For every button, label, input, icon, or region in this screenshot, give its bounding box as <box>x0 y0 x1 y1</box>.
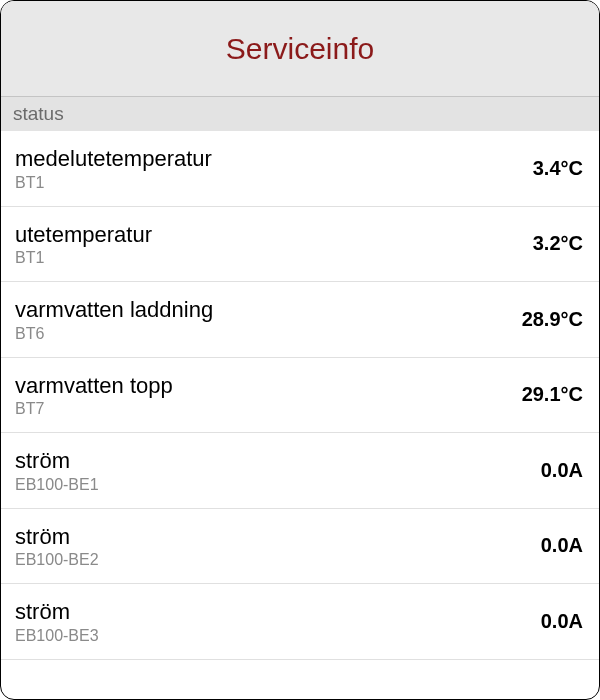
list-item-sublabel: BT7 <box>15 400 173 418</box>
list-item[interactable]: utetemperatur BT1 3.2°C <box>1 207 599 283</box>
list-item[interactable]: varmvatten topp BT7 29.1°C <box>1 358 599 434</box>
list-item-sublabel: EB100-BE2 <box>15 551 99 569</box>
status-list: medelutetemperatur BT1 3.4°C utetemperat… <box>1 131 599 660</box>
section-header-status: status <box>1 97 599 131</box>
list-item-left: varmvatten laddning BT6 <box>15 296 213 343</box>
list-item-label: ström <box>15 523 99 551</box>
list-item-left: ström EB100-BE2 <box>15 523 99 570</box>
list-item[interactable]: ström EB100-BE2 0.0A <box>1 509 599 585</box>
list-item-left: medelutetemperatur BT1 <box>15 145 212 192</box>
list-item-sublabel: EB100-BE3 <box>15 627 99 645</box>
list-item-left: ström EB100-BE1 <box>15 447 99 494</box>
list-item[interactable]: varmvatten laddning BT6 28.9°C <box>1 282 599 358</box>
list-item-value: 29.1°C <box>522 383 583 406</box>
list-item[interactable]: medelutetemperatur BT1 3.4°C <box>1 131 599 207</box>
list-item-label: medelutetemperatur <box>15 145 212 173</box>
list-item-value: 0.0A <box>541 534 583 557</box>
list-item-value: 3.4°C <box>533 157 583 180</box>
list-item-sublabel: BT6 <box>15 325 213 343</box>
list-item-value: 3.2°C <box>533 232 583 255</box>
list-item-label: varmvatten topp <box>15 372 173 400</box>
list-item-label: ström <box>15 598 99 626</box>
list-item-left: ström EB100-BE3 <box>15 598 99 645</box>
list-item-label: utetemperatur <box>15 221 152 249</box>
page-title: Serviceinfo <box>226 32 374 66</box>
list-item-label: ström <box>15 447 99 475</box>
list-item-left: varmvatten topp BT7 <box>15 372 173 419</box>
list-item-sublabel: EB100-BE1 <box>15 476 99 494</box>
list-item-label: varmvatten laddning <box>15 296 213 324</box>
header: Serviceinfo <box>1 1 599 97</box>
list-item-value: 28.9°C <box>522 308 583 331</box>
list-item-value: 0.0A <box>541 610 583 633</box>
list-item-sublabel: BT1 <box>15 174 212 192</box>
list-item-value: 0.0A <box>541 459 583 482</box>
list-item[interactable]: ström EB100-BE1 0.0A <box>1 433 599 509</box>
list-item-sublabel: BT1 <box>15 249 152 267</box>
list-item[interactable]: ström EB100-BE3 0.0A <box>1 584 599 660</box>
app-window: Serviceinfo status medelutetemperatur BT… <box>0 0 600 700</box>
list-item-left: utetemperatur BT1 <box>15 221 152 268</box>
